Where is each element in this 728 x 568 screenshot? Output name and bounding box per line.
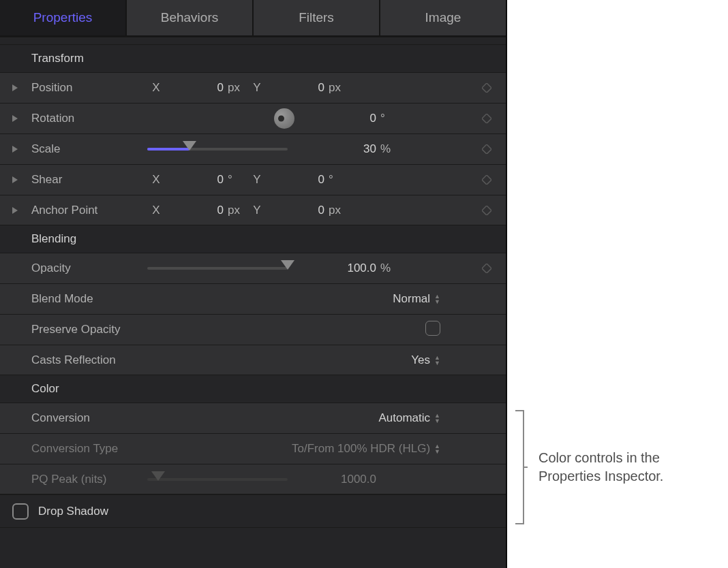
opacity-value[interactable]: 100.0 xyxy=(294,262,376,275)
shear-y-value[interactable]: 0 xyxy=(266,173,324,187)
section-header-transform: Transform xyxy=(0,45,506,72)
scale-label: Scale xyxy=(31,142,147,156)
rotation-label: Rotation xyxy=(31,112,147,125)
axis-x-label: X xyxy=(147,81,165,95)
rotation-unit: ° xyxy=(376,112,401,125)
conversion-type-value: To/From 100% HDR (HLG) xyxy=(292,442,430,456)
axis-y-label: Y xyxy=(248,204,266,217)
shear-x-unit: ° xyxy=(224,173,248,187)
opacity-slider[interactable] xyxy=(147,267,288,270)
svg-rect-7 xyxy=(482,175,491,185)
row-rotation: Rotation 0 ° xyxy=(0,103,506,133)
opacity-label: Opacity xyxy=(31,262,147,275)
row-conversion-type: Conversion Type To/From 100% HDR (HLG) xyxy=(0,433,506,464)
scale-slider[interactable] xyxy=(147,148,288,151)
tab-behaviors[interactable]: Behaviors xyxy=(127,0,254,35)
tab-filters[interactable]: Filters xyxy=(254,0,380,35)
blend-mode-value: Normal xyxy=(393,292,430,306)
anchor-y-value[interactable]: 0 xyxy=(266,204,324,217)
rotation-dial[interactable] xyxy=(274,108,294,129)
svg-marker-2 xyxy=(12,115,18,122)
anchor-x-unit: px xyxy=(224,204,248,217)
popup-arrows-icon xyxy=(434,413,440,424)
inspector-tabs: Properties Behaviors Filters Image xyxy=(0,0,506,37)
opacity-unit: % xyxy=(376,262,401,275)
blend-mode-popup[interactable]: Normal xyxy=(147,292,440,306)
disclosure-icon[interactable] xyxy=(11,84,31,92)
scale-unit: % xyxy=(376,142,401,156)
conversion-type-popup: To/From 100% HDR (HLG) xyxy=(147,442,440,456)
tab-image[interactable]: Image xyxy=(380,0,506,35)
callout-line1: Color controls in the xyxy=(539,449,663,467)
axis-x-label: X xyxy=(147,204,165,217)
keyframe-icon[interactable] xyxy=(468,175,506,185)
svg-rect-9 xyxy=(482,206,491,215)
conversion-value: Automatic xyxy=(378,411,430,425)
preserve-opacity-label: Preserve Opacity xyxy=(31,323,147,336)
bracket-icon xyxy=(514,409,528,525)
disclosure-icon[interactable] xyxy=(11,145,31,153)
popup-arrows-icon xyxy=(434,294,440,304)
tab-properties[interactable]: Properties xyxy=(0,0,127,35)
row-preserve-opacity: Preserve Opacity xyxy=(0,314,506,345)
disclosure-icon[interactable] xyxy=(11,114,31,123)
svg-rect-5 xyxy=(482,144,491,154)
position-y-value[interactable]: 0 xyxy=(266,81,324,95)
keyframe-icon[interactable] xyxy=(468,83,506,93)
callout-color-controls: Color controls in the Properties Inspect… xyxy=(514,409,663,525)
conversion-type-label: Conversion Type xyxy=(31,442,147,456)
conversion-label: Conversion xyxy=(31,411,147,425)
preserve-opacity-checkbox[interactable] xyxy=(425,321,440,336)
row-scale: Scale 30 % xyxy=(0,133,506,164)
disclosure-icon[interactable] xyxy=(11,206,31,215)
shear-y-unit: ° xyxy=(324,173,349,187)
row-blend-mode: Blend Mode Normal xyxy=(0,283,506,314)
pq-peak-slider xyxy=(147,478,288,481)
svg-marker-0 xyxy=(12,84,18,91)
position-label: Position xyxy=(31,81,147,95)
casts-reflection-popup[interactable]: Yes xyxy=(147,353,440,367)
svg-marker-8 xyxy=(12,207,18,214)
blend-mode-label: Blend Mode xyxy=(31,292,147,306)
keyframe-icon[interactable] xyxy=(468,264,506,273)
pq-peak-value: 1000.0 xyxy=(294,473,376,486)
position-x-unit: px xyxy=(224,81,248,95)
drop-shadow-label: Drop Shadow xyxy=(38,505,108,518)
row-position: Position X 0 px Y 0 px xyxy=(0,72,506,103)
svg-marker-6 xyxy=(12,176,18,183)
casts-reflection-value: Yes xyxy=(411,353,430,367)
popup-arrows-icon xyxy=(434,443,440,454)
anchor-x-value[interactable]: 0 xyxy=(165,204,224,217)
shear-label: Shear xyxy=(31,173,147,187)
callout-line2: Properties Inspector. xyxy=(539,467,663,486)
disclosure-icon[interactable] xyxy=(11,176,31,184)
rotation-value[interactable]: 0 xyxy=(294,112,376,125)
shear-x-value[interactable]: 0 xyxy=(165,173,224,187)
scale-value[interactable]: 30 xyxy=(294,142,376,156)
section-header-color: Color xyxy=(0,375,506,403)
conversion-popup[interactable]: Automatic xyxy=(147,411,440,425)
anchor-y-unit: px xyxy=(324,204,349,217)
axis-y-label: Y xyxy=(248,173,266,187)
svg-rect-3 xyxy=(482,114,491,123)
row-anchor-point: Anchor Point X 0 px Y 0 px xyxy=(0,195,506,225)
row-drop-shadow[interactable]: Drop Shadow xyxy=(0,494,506,527)
position-x-value[interactable]: 0 xyxy=(165,81,224,95)
axis-x-label: X xyxy=(147,173,165,187)
position-y-unit: px xyxy=(324,81,349,95)
keyframe-icon[interactable] xyxy=(468,206,506,215)
row-pq-peak: PQ Peak (nits) 1000.0 xyxy=(0,464,506,494)
anchor-label: Anchor Point xyxy=(31,204,147,217)
row-opacity: Opacity 100.0 % xyxy=(0,253,506,283)
svg-marker-4 xyxy=(12,146,18,153)
section-header-blending: Blending xyxy=(0,225,506,253)
drop-shadow-checkbox[interactable] xyxy=(12,503,29,520)
svg-rect-10 xyxy=(482,264,491,273)
casts-reflection-label: Casts Reflection xyxy=(31,353,147,367)
row-casts-reflection: Casts Reflection Yes xyxy=(0,345,506,375)
row-conversion: Conversion Automatic xyxy=(0,403,506,433)
keyframe-icon[interactable] xyxy=(468,144,506,154)
axis-y-label: Y xyxy=(248,81,266,95)
keyframe-icon[interactable] xyxy=(468,114,506,123)
pq-peak-label: PQ Peak (nits) xyxy=(31,473,147,486)
